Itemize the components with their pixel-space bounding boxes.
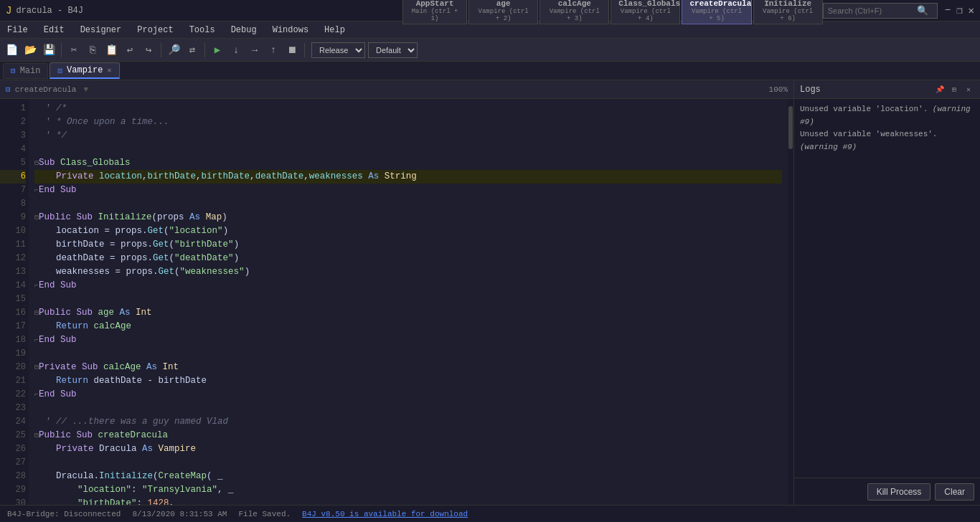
datetime: 8/13/2020 8:31:53 AM bbox=[132, 510, 227, 518]
log-entry: Unused variable 'location'. (warning #9) bbox=[800, 103, 974, 128]
release-select[interactable]: Release bbox=[311, 42, 365, 58]
kill-process-button[interactable]: Kill Process bbox=[867, 483, 931, 500]
minimize-button[interactable]: − bbox=[945, 4, 951, 16]
menu-designer[interactable]: Designer bbox=[77, 24, 125, 37]
save-button[interactable]: 💾 bbox=[40, 42, 57, 59]
line-number-28: 28 bbox=[0, 470, 26, 483]
search-input[interactable] bbox=[828, 6, 914, 15]
titlebar-tab-calcage[interactable]: calcAgeVampire (ctrl + 3) bbox=[540, 0, 609, 24]
code-body: 1234567891011121314151617181920212223242… bbox=[0, 99, 793, 505]
line-number-10: 10 bbox=[0, 224, 26, 238]
cut-button[interactable]: ✂ bbox=[65, 42, 83, 59]
log-entry: Unused variable 'weaknesses'. (warning #… bbox=[800, 128, 974, 153]
statusbar: B4J-Bridge: Disconnected 8/13/2020 8:31:… bbox=[0, 505, 980, 522]
default-select[interactable]: Default bbox=[368, 42, 418, 58]
menu-edit[interactable]: Edit bbox=[41, 24, 67, 37]
logs-panel: Logs 📌 ⊞ ✕ Unused variable 'location'. (… bbox=[793, 80, 980, 505]
search-icon[interactable]: 🔍 bbox=[917, 5, 928, 16]
separator-1 bbox=[61, 43, 62, 57]
titlebar: J dracula - B4J AppStartMain (ctrl + 1)a… bbox=[0, 0, 980, 22]
separator-3 bbox=[204, 43, 205, 57]
line-number-1: 1 bbox=[0, 102, 26, 115]
separator-4 bbox=[304, 43, 305, 57]
line-number-16: 16 bbox=[0, 306, 26, 320]
build-config: Release Default bbox=[311, 42, 418, 58]
stop-button[interactable]: ⏹ bbox=[283, 42, 301, 59]
save-status: File Saved. bbox=[238, 510, 291, 518]
logs-header: Logs 📌 ⊞ ✕ bbox=[794, 80, 980, 99]
editor-tabs: ⊡Main⊡Vampire✕ bbox=[0, 62, 980, 80]
main-area: ⊡ createDracula ▼ 100% 12345678910111213… bbox=[0, 80, 980, 505]
line-numbers: 1234567891011121314151617181920212223242… bbox=[0, 99, 29, 505]
logs-content: Unused variable 'location'. (warning #9)… bbox=[794, 99, 980, 478]
titlebar-tab-createdracula[interactable]: createDraculaVampire (ctrl + 5) bbox=[682, 0, 751, 24]
line-number-14: 14 bbox=[0, 279, 26, 293]
titlebar-tab-class_globals[interactable]: Class_GlobalsVampire (ctrl + 4) bbox=[611, 0, 680, 24]
titlebar-tab-age[interactable]: ageVampire (ctrl + 2) bbox=[468, 0, 538, 24]
code-header: ⊡ createDracula ▼ 100% bbox=[0, 80, 793, 99]
clear-button[interactable]: Clear bbox=[935, 483, 974, 500]
scroll-indicator[interactable] bbox=[788, 99, 793, 505]
menu-file[interactable]: File bbox=[4, 24, 31, 37]
undo-button[interactable]: ↩ bbox=[121, 42, 138, 59]
editor-tab-main[interactable]: ⊡Main bbox=[3, 63, 48, 79]
menu-tools[interactable]: Tools bbox=[187, 24, 218, 37]
restore-button[interactable]: ❐ bbox=[956, 4, 962, 16]
logs-title: Logs bbox=[800, 85, 934, 95]
menu-help[interactable]: Help bbox=[321, 24, 348, 37]
line-number-24: 24 bbox=[0, 415, 26, 429]
window-controls: − ❐ ✕ bbox=[945, 4, 974, 16]
line-number-9: 9 bbox=[0, 211, 26, 224]
app-icon: J bbox=[6, 5, 11, 16]
scroll-thumb[interactable] bbox=[788, 106, 793, 149]
zoom-level: 100% bbox=[769, 85, 788, 94]
run-button[interactable]: ▶ bbox=[209, 42, 226, 59]
tab-icon-1: ⊡ bbox=[57, 66, 62, 75]
line-number-19: 19 bbox=[0, 347, 26, 361]
menu-debug[interactable]: Debug bbox=[228, 24, 260, 37]
search-box[interactable]: 🔍 bbox=[823, 3, 938, 19]
line-number-5: 5 bbox=[0, 156, 26, 170]
line-number-2: 2 bbox=[0, 115, 26, 129]
update-link[interactable]: B4J v8.50 is available for download bbox=[302, 510, 468, 518]
breadcrumb: createDracula bbox=[15, 85, 77, 94]
logs-pin-button[interactable]: 📌 bbox=[934, 84, 946, 95]
line-number-22: 22 bbox=[0, 388, 26, 402]
bridge-status: B4J-Bridge: Disconnected bbox=[7, 510, 121, 518]
line-number-11: 11 bbox=[0, 238, 26, 252]
menubar: FileEditDesignerProjectToolsDebugWindows… bbox=[0, 22, 980, 39]
line-number-12: 12 bbox=[0, 252, 26, 265]
step-over-button[interactable]: → bbox=[246, 42, 263, 59]
menu-windows[interactable]: Windows bbox=[270, 24, 311, 37]
find-button[interactable]: 🔎 bbox=[165, 42, 182, 59]
replace-button[interactable]: ⇄ bbox=[184, 42, 201, 59]
app-title: dracula - B4J bbox=[16, 6, 402, 16]
code-panel: ⊡ createDracula ▼ 100% 12345678910111213… bbox=[0, 80, 793, 505]
open-button[interactable]: 📂 bbox=[22, 42, 39, 59]
line-number-6: 6 bbox=[0, 170, 26, 184]
logs-float-button[interactable]: ⊞ bbox=[948, 84, 960, 95]
line-number-17: 17 bbox=[0, 320, 26, 333]
tab-close-vampire[interactable]: ✕ bbox=[107, 66, 111, 75]
close-button[interactable]: ✕ bbox=[969, 4, 974, 16]
step-out-button[interactable]: ↑ bbox=[265, 42, 282, 59]
redo-button[interactable]: ↪ bbox=[140, 42, 157, 59]
line-number-26: 26 bbox=[0, 442, 26, 456]
line-number-20: 20 bbox=[0, 361, 26, 374]
titlebar-tab-appstart[interactable]: AppStartMain (ctrl + 1) bbox=[402, 0, 467, 24]
menu-project[interactable]: Project bbox=[134, 24, 176, 37]
line-number-21: 21 bbox=[0, 374, 26, 388]
logs-close-button[interactable]: ✕ bbox=[963, 84, 974, 95]
copy-button[interactable]: ⎘ bbox=[84, 42, 101, 59]
line-number-7: 7 bbox=[0, 184, 26, 197]
editor-tab-vampire[interactable]: ⊡Vampire✕ bbox=[50, 62, 119, 79]
step-into-button[interactable]: ↓ bbox=[227, 42, 245, 59]
line-number-13: 13 bbox=[0, 265, 26, 279]
new-button[interactable]: 📄 bbox=[3, 42, 20, 59]
tab-label: Vampire bbox=[67, 65, 103, 75]
titlebar-tab-initialize[interactable]: InitializeVampire (ctrl + 6) bbox=[753, 0, 823, 24]
line-number-15: 15 bbox=[0, 293, 26, 306]
paste-button[interactable]: 📋 bbox=[103, 42, 120, 59]
line-number-18: 18 bbox=[0, 333, 26, 347]
code-content[interactable]: ' /* ' * Once upon a time... ' */ ⊟Sub C… bbox=[29, 99, 788, 505]
